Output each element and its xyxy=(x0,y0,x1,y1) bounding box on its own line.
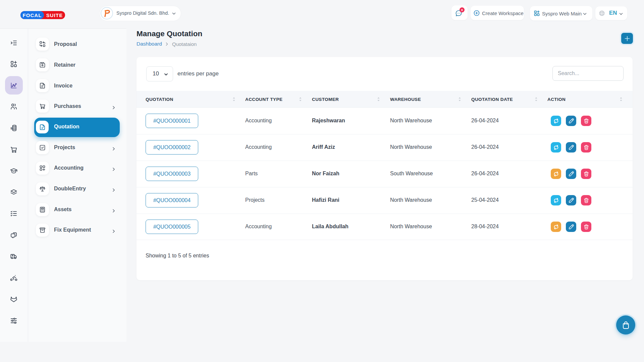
svg-text:$: $ xyxy=(10,126,12,130)
